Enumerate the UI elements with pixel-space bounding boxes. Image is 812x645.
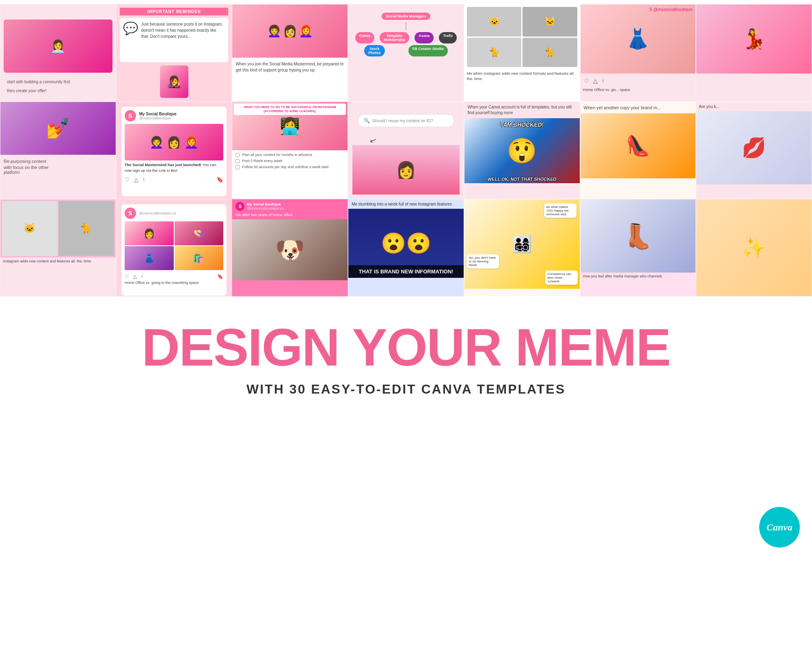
important-reminder-banner: IMPORTANT REMINDER — [120, 8, 229, 15]
card-r3c6: 👢 How you feel after media manager who c… — [580, 199, 696, 297]
card-r1c6: 👗 S @mysocialboutique ♡ △ ↑ Home Office … — [580, 4, 696, 102]
card-r1c1: 👩‍💼 start with building a community firs… — [0, 4, 116, 102]
r1c6-caption: Home Office vs. go... space — [581, 86, 696, 93]
node-social-media-managers: Social Media Managers — [382, 13, 430, 20]
node-fb: FB Creator Studio — [408, 45, 448, 56]
card-r2c1: 💅 Re-purposing content with focus on the… — [0, 102, 116, 199]
r1c1-text: start with building a community first — [4, 76, 112, 88]
r3c2-handle: @mysocialboutique.co — [139, 211, 176, 215]
friends-meme-text: THAT IS BRAND NEW INFORMATION! — [348, 265, 464, 278]
r3c3-avatar: S — [235, 202, 244, 211]
node-asana: Asana — [415, 32, 434, 43]
speech-bubble-3: Consistency can also mean 1x/week — [545, 271, 578, 285]
ig-save[interactable]: 🔖 — [216, 176, 223, 183]
repurpose-text: Re-purposing content — [4, 158, 112, 165]
card-r1c7: 💃 — [696, 4, 812, 102]
bottom-section: DESIGN YOUR MEME WITH 30 EASY-TO-EDIT CA… — [0, 301, 812, 413]
search-text: Should I reuse my content on IG? — [372, 119, 433, 123]
mastermind-text: When you join the Social Media Mastermin… — [235, 61, 344, 73]
ig-brand-name: My Social Boutique — [139, 112, 177, 116]
repurpose-text3: platform — [4, 170, 112, 175]
r3c6-text: How you feel after media manager who cha… — [581, 273, 696, 280]
subtitle: WITH 30 EASY-TO-EDIT CANVA TEMPLATES — [8, 382, 804, 397]
canva-badge: Canva — [759, 507, 800, 548]
card-r3c2: S @mysocialboutique.co 👩 👒 👗 🛍️ ♡ △ ↑ 🔖 — [116, 199, 232, 297]
shocked-meme-top-text: I AM SHOCKED! — [464, 121, 580, 128]
card-r2c5: When your Canva account is full of templ… — [464, 102, 580, 199]
card-r2c4: 🔍 Should I reuse my content on IG? ↙ 👩 — [348, 102, 464, 199]
action-share[interactable]: ↑ — [602, 78, 605, 84]
r3c2-heart[interactable]: ♡ — [125, 274, 129, 279]
card-r1c5: 🐱 🐱 🐈 🐈 Me when Instagram adds new conte… — [464, 4, 580, 102]
ig-avatar: S — [125, 110, 136, 121]
what-you-need-title: WHAT YOU NEED TO DO TO BE SUCCESSFUL ON … — [235, 105, 344, 113]
checklist-item-1: Plan all your content for months in adva… — [242, 153, 312, 157]
ig-comment[interactable]: △ — [134, 176, 138, 183]
card-r1c2: IMPORTANT REMINDER 💬 Just because someon… — [116, 4, 232, 102]
r3c3-brand: My Social Boutique — [247, 202, 284, 206]
main-title: DESIGN YOUR MEME — [8, 321, 804, 374]
r3c3-caption: Me after two years of home office — [235, 212, 344, 217]
card-r3c4: Me stumbling into a week full of new Ins… — [348, 199, 464, 297]
r1c7-caption — [696, 74, 812, 76]
card-r2c6: When yet another copy your brand m... 👠 — [580, 102, 696, 199]
card-r3c7: ✨ — [696, 199, 812, 297]
card-r3c5: 👨‍👩‍👧‍👦 do what makes YOU happy not some… — [464, 199, 580, 297]
r3c2-save[interactable]: 🔖 — [217, 274, 223, 279]
node-canva: Canva — [355, 32, 374, 43]
arrow-icon: ↙ — [369, 134, 378, 146]
action-comment[interactable]: △ — [593, 78, 598, 84]
r3c2-caption-text: Home Office vs. going to the coworking s… — [125, 281, 224, 285]
grid-section: 👩‍💼 start with building a community firs… — [0, 0, 812, 301]
shocked-meme-bottom-text: WELL OK, NOT THAT SHOCKED — [464, 177, 580, 182]
r3c3-handle: @mysocialboutique.co — [247, 206, 284, 210]
card-r1c4: Social Media Managers | Canva TemplateMe… — [348, 4, 464, 102]
node-template: TemplateMembership — [380, 32, 409, 43]
card-r2c2: S My Social Boutique @mysocialboutique 👩… — [116, 102, 232, 199]
r3c1-caption: Instagram adds new content and features … — [0, 258, 116, 265]
r3c2-comment[interactable]: △ — [133, 274, 137, 279]
card-r3c3: S My Social Boutique @mysocialboutique.c… — [232, 199, 348, 297]
node-trello: Trello — [439, 32, 457, 43]
reminder-text: Just because someone posts it on Instagr… — [141, 21, 225, 39]
card-r2c7: Are you k... 💋 — [696, 102, 812, 199]
r1c1-text2: then create your offer! — [4, 88, 112, 97]
ig-handle: @mysocialboutique — [139, 116, 177, 120]
ig-post-text: The Social Mastermind has just launched!… — [125, 162, 224, 174]
repurpose-text2: with focus on the other — [4, 165, 112, 170]
card-r1c3: 👩‍🦱👩👩‍🦰 When you join the Social Media M… — [232, 4, 348, 102]
action-heart[interactable]: ♡ — [584, 78, 589, 84]
checklist-item-2: Post 5 Reels every week — [242, 159, 282, 163]
card-r3c1: 🐱 🐈 Instagram adds new content and featu… — [0, 199, 116, 297]
card-r2c3: 👩‍💻 WHAT YOU NEED TO DO TO BE SUCCESSFUL… — [232, 102, 348, 199]
r3c2-avatar: S — [125, 208, 136, 219]
cat-meme-caption: Me when Instagram adds new content forma… — [464, 69, 580, 83]
ig-heart[interactable]: ♡ — [125, 176, 130, 183]
node-stock: StockPhotos — [364, 45, 385, 56]
search-icon: 🔍 — [364, 118, 370, 123]
speech-bubble-1: do what makes YOU happy not someone else — [544, 203, 577, 218]
r3c2-share[interactable]: ↑ — [141, 274, 143, 279]
ig-share[interactable]: ↑ — [143, 176, 145, 183]
shocked-caption: When your Canva account is full of templ… — [468, 104, 577, 116]
speech-bubble-2: No, you don't have to do dancing Reels — [466, 254, 499, 268]
r2c6-text: When yet another copy your brand m... — [584, 105, 693, 110]
checklist-item-3: Follow 50 accounts per day and unfollow … — [242, 165, 329, 169]
friends-caption: Me stumbling into a week full of new Ins… — [352, 202, 460, 206]
